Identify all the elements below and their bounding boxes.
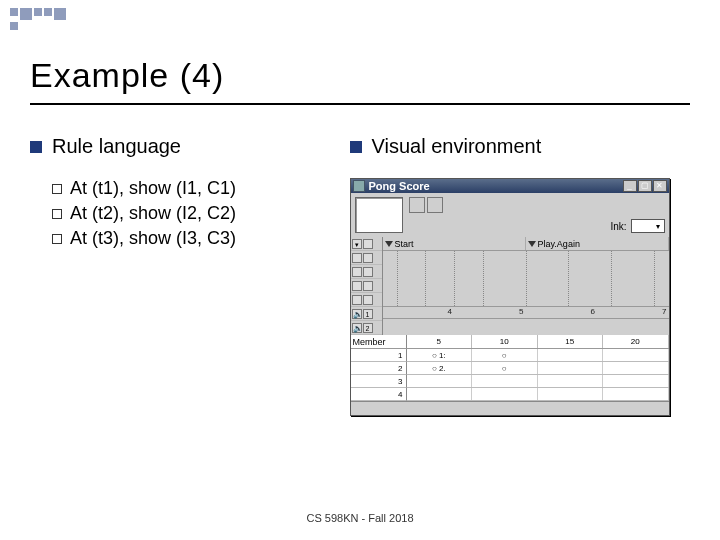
member-tick: 20: [603, 335, 669, 348]
gutter-button[interactable]: [352, 253, 362, 263]
bullet-open-icon: [52, 184, 62, 194]
track-play-again[interactable]: Play.Again: [526, 237, 669, 250]
timeline-body[interactable]: [383, 251, 669, 307]
bullet-open-icon: [52, 234, 62, 244]
track-label: Play.Again: [538, 239, 580, 249]
gutter-button[interactable]: [363, 267, 373, 277]
right-column: Visual environment Pong Score _ ▢ ✕: [350, 135, 690, 416]
bullet-open-icon: [52, 209, 62, 219]
track-label: Start: [395, 239, 414, 249]
member-tick: 10: [472, 335, 538, 348]
gutter-button[interactable]: [363, 253, 373, 263]
member-label: Member: [351, 335, 407, 348]
score-grid[interactable]: ○ 1: ○ ○ 2. ○: [407, 349, 669, 401]
speaker-icon[interactable]: [352, 309, 362, 319]
triangle-down-icon: [385, 241, 393, 247]
member-scale: 5 10 15 20: [407, 335, 669, 348]
rule-item: At (t1), show (I1, C1): [52, 178, 340, 199]
app-icon: [353, 180, 365, 192]
track-start[interactable]: Start: [383, 237, 526, 250]
visual-env-heading: Visual environment: [372, 135, 542, 158]
close-button[interactable]: ✕: [653, 180, 667, 192]
axis-label: 4: [383, 307, 455, 318]
grid-cell[interactable]: [472, 388, 538, 400]
row-number: 1: [351, 349, 407, 362]
grid-cell[interactable]: [603, 388, 669, 400]
row-number: 2: [351, 362, 407, 375]
grid-cell[interactable]: [538, 375, 604, 387]
bullet-square-icon: [350, 141, 362, 153]
slide-footer: CS 598KN - Fall 2018: [0, 512, 720, 524]
grid-cell[interactable]: [603, 375, 669, 387]
grid-cell[interactable]: ○ 1:: [407, 349, 473, 361]
gutter-button[interactable]: [352, 295, 362, 305]
gutter-button[interactable]: [352, 281, 362, 291]
left-column: Rule language At (t1), show (I1, C1) At …: [30, 135, 340, 416]
timeline-canvas: Start Play.Again: [383, 237, 669, 335]
grid-cell[interactable]: ○: [472, 349, 538, 361]
row-numbers: 1 2 3 4: [351, 349, 407, 401]
axis-row: 4 5 6 7: [383, 307, 669, 319]
speaker-icon[interactable]: [352, 323, 362, 333]
ink-label: Ink:: [610, 221, 626, 232]
bullet-square-icon: [30, 141, 42, 153]
grid-cell[interactable]: ○: [472, 362, 538, 374]
grid-cell[interactable]: [603, 349, 669, 361]
rule-text: At (t2), show (I2, C2): [70, 203, 236, 224]
member-tick: 5: [407, 335, 473, 348]
axis-label: 6: [526, 307, 598, 318]
window-title: Pong Score: [369, 180, 619, 192]
gutter-button[interactable]: [352, 267, 362, 277]
tool-button[interactable]: [409, 197, 425, 213]
grid-cell[interactable]: [603, 362, 669, 374]
title-rule: [30, 103, 690, 105]
triangle-down-icon: [528, 241, 536, 247]
statusbar: [351, 401, 669, 415]
maximize-button[interactable]: ▢: [638, 180, 652, 192]
rule-language-heading: Rule language: [52, 135, 181, 158]
gutter-button[interactable]: ▾: [352, 239, 362, 249]
member-tick: 15: [538, 335, 604, 348]
gutter-number: 1: [363, 309, 373, 319]
tool-button[interactable]: [427, 197, 443, 213]
grid-cell[interactable]: [472, 375, 538, 387]
titlebar[interactable]: Pong Score _ ▢ ✕: [351, 179, 669, 193]
toolbar: Ink: ▾: [351, 193, 669, 237]
chevron-down-icon: ▾: [653, 222, 663, 231]
pong-window: Pong Score _ ▢ ✕ I: [350, 178, 670, 416]
color-swatch[interactable]: [355, 197, 403, 233]
axis-label: 7: [597, 307, 669, 318]
minimize-button[interactable]: _: [623, 180, 637, 192]
ink-select[interactable]: ▾: [631, 219, 665, 233]
rule-text: At (t3), show (I3, C3): [70, 228, 236, 249]
grid-cell[interactable]: [538, 349, 604, 361]
rule-item: At (t2), show (I2, C2): [52, 203, 340, 224]
gutter-button[interactable]: [363, 239, 373, 249]
row-number: 4: [351, 388, 407, 401]
left-gutter: ▾ 1 2: [351, 237, 383, 335]
slide-title: Example (4): [30, 56, 690, 95]
slide-deco: [10, 8, 70, 28]
grid-cell[interactable]: [407, 388, 473, 400]
axis-label: 5: [454, 307, 526, 318]
row-number: 3: [351, 375, 407, 388]
gutter-number: 2: [363, 323, 373, 333]
grid-cell[interactable]: [538, 362, 604, 374]
gutter-button[interactable]: [363, 281, 373, 291]
gutter-button[interactable]: [363, 295, 373, 305]
grid-cell[interactable]: ○ 2.: [407, 362, 473, 374]
rule-text: At (t1), show (I1, C1): [70, 178, 236, 199]
grid-cell[interactable]: [407, 375, 473, 387]
grid-cell[interactable]: [538, 388, 604, 400]
rule-item: At (t3), show (I3, C3): [52, 228, 340, 249]
